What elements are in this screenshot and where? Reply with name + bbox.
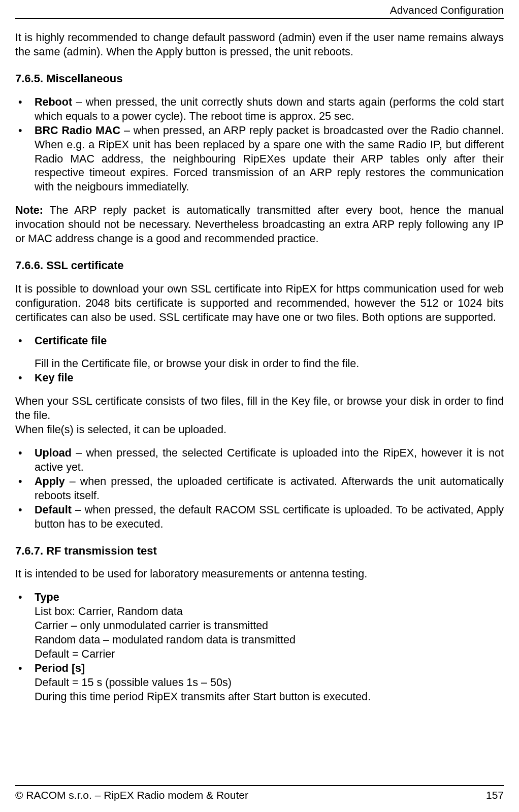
ssl-intro: It is possible to download your own SSL … (15, 282, 504, 325)
heading-7-6-6: 7.6.6. SSL certificate (15, 258, 504, 273)
list-item-apply: Apply – when pressed, the uploaded certi… (15, 475, 504, 503)
label-key-file: Key file (35, 372, 73, 384)
period-line-2: During this time period RipEX transmits … (35, 690, 504, 704)
list-item-default: Default – when pressed, the default RACO… (15, 503, 504, 532)
label-upload: Upload (35, 447, 72, 459)
label-cert-file: Certificate file (35, 335, 107, 347)
label-period: Period [s] (35, 662, 85, 674)
list-ssl-files: Certificate file Fill in the Certificate… (15, 334, 504, 386)
rf-intro: It is intended to be used for laboratory… (15, 567, 504, 581)
list-rf-test: Type List box: Carrier, Random data Carr… (15, 591, 504, 704)
footer-copyright: © RACOM s.r.o. – RipEX Radio modem & Rou… (15, 788, 248, 802)
type-line-1: List box: Carrier, Random data (35, 605, 504, 619)
list-item-type: Type List box: Carrier, Random data Carr… (15, 591, 504, 662)
list-item-upload: Upload – when pressed, the selected Cert… (15, 446, 504, 475)
list-item-key-file: Key file (15, 371, 504, 385)
label-default: Default (35, 504, 72, 516)
heading-7-6-7: 7.6.7. RF transmission test (15, 544, 504, 559)
footer-page-number: 157 (486, 788, 504, 802)
page-body: It is highly recommended to change defau… (15, 19, 504, 704)
period-line-1: Default = 15 s (possible values 1s – 50s… (35, 676, 504, 690)
text-upload: – when pressed, the selected Certificate… (35, 447, 504, 473)
intro-paragraph: It is highly recommended to change defau… (15, 31, 504, 59)
text-reboot: – when pressed, the unit correctly shuts… (35, 96, 504, 122)
key-file-paragraph: When your SSL certificate consists of tw… (15, 395, 504, 423)
list-item-period: Period [s] Default = 15 s (possible valu… (15, 662, 504, 704)
text-apply: – when pressed, the uploaded certificate… (35, 475, 504, 502)
list-item-cert-file: Certificate file Fill in the Certificate… (15, 334, 504, 372)
type-line-4: Default = Carrier (35, 647, 504, 662)
key-file-paragraph-2: When file(s) is selected, it can be uplo… (15, 423, 504, 437)
label-apply: Apply (35, 475, 65, 488)
label-brc: BRC Radio MAC (35, 124, 120, 137)
note-paragraph: Note: The ARP reply packet is automatica… (15, 204, 504, 246)
type-line-2: Carrier – only unmodulated carrier is tr… (35, 619, 504, 633)
type-line-3: Random data – modulated random data is t… (35, 633, 504, 647)
list-item-reboot: Reboot – when pressed, the unit correctl… (15, 95, 504, 124)
desc-cert-file: Fill in the Certificate file, or browse … (35, 357, 504, 371)
list-7-6-5: Reboot – when pressed, the unit correctl… (15, 95, 504, 195)
page-header: Advanced Configuration (15, 0, 504, 19)
list-item-brc-radio-mac: BRC Radio MAC – when pressed, an ARP rep… (15, 124, 504, 195)
note-label: Note: (15, 204, 43, 216)
text-default: – when pressed, the default RACOM SSL ce… (35, 504, 504, 530)
heading-7-6-5: 7.6.5. Miscellaneous (15, 72, 504, 86)
list-ssl-actions: Upload – when pressed, the selected Cert… (15, 446, 504, 532)
label-reboot: Reboot (35, 96, 72, 108)
note-text: The ARP reply packet is automatically tr… (15, 204, 504, 245)
label-type: Type (35, 591, 59, 603)
header-section-title: Advanced Configuration (390, 3, 504, 17)
page-footer: © RACOM s.r.o. – RipEX Radio modem & Rou… (15, 785, 504, 802)
